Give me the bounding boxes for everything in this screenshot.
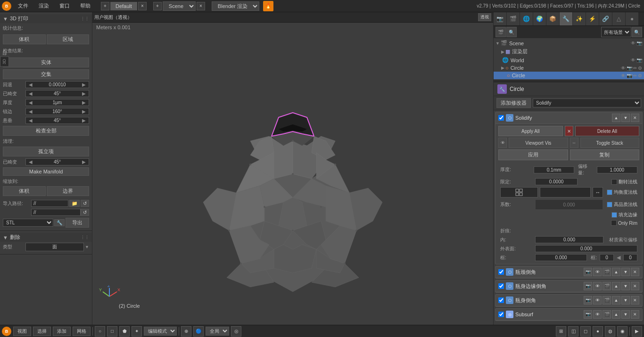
rpi-camera[interactable]: 📷 bbox=[494, 12, 507, 25]
volume-btn[interactable]: 体积 bbox=[3, 34, 46, 44]
only-rim-checkbox[interactable] bbox=[611, 220, 617, 226]
solidify-frame2-field[interactable]: 0 bbox=[600, 254, 614, 261]
circle-more-icon[interactable]: ⚙ bbox=[638, 66, 642, 71]
circle-render-icon[interactable]: 📷 bbox=[627, 66, 632, 71]
circle2-vis-icon[interactable]: 👁 bbox=[621, 73, 626, 78]
delete-header[interactable]: ▼ 删除 ⋮⋮ bbox=[0, 233, 92, 242]
workspace-default-tab[interactable]: Default bbox=[110, 2, 137, 10]
circle-vis-icon[interactable]: 👁 bbox=[621, 66, 626, 71]
bottom-overlay-icon[interactable]: ⊞ bbox=[556, 326, 566, 337]
intersect-btn[interactable]: 交集 bbox=[3, 69, 89, 79]
be-x-icon[interactable]: ✕ bbox=[631, 282, 639, 290]
solid-btn[interactable]: 实体 bbox=[3, 58, 89, 67]
area-btn[interactable]: 区域 bbox=[47, 34, 90, 44]
type-expand-icon[interactable]: ▼ bbox=[85, 245, 89, 249]
bottom-view-btn[interactable]: 视图 bbox=[13, 327, 31, 336]
menu-render[interactable]: 渲染 bbox=[35, 1, 53, 10]
circle2-more-icon[interactable]: ⚙ bbox=[638, 73, 642, 78]
bottom-snap-icon[interactable]: 🔵 bbox=[193, 326, 204, 337]
tree-item-world[interactable]: 🌐 World 👁 📷 bbox=[494, 56, 644, 64]
bb-render-icon[interactable]: 🎬 bbox=[603, 296, 611, 304]
bn-x-icon[interactable]: ✕ bbox=[631, 268, 639, 276]
edge2-btn[interactable]: 边界 bbox=[47, 186, 90, 196]
toggle-icon[interactable]: ↔ bbox=[570, 138, 578, 148]
bottom-rendered-icon[interactable]: ◉ bbox=[617, 326, 627, 337]
solidify-down-icon[interactable]: ▼ bbox=[621, 114, 630, 122]
add-modifier-btn[interactable]: 添加修改器 bbox=[496, 98, 531, 108]
world-render-icon[interactable]: 📷 bbox=[636, 58, 642, 63]
world-vis-icon[interactable]: 👁 bbox=[631, 58, 636, 63]
bottom-material-icon[interactable]: ◍ bbox=[605, 326, 615, 337]
solidify-offset-field[interactable]: 1.0000 bbox=[597, 166, 637, 173]
circle2-edit-icon[interactable]: ✏ bbox=[633, 73, 637, 78]
menu-help[interactable]: 帮助 bbox=[76, 1, 94, 10]
solidify-grid-expand-icon[interactable]: ↔ bbox=[593, 187, 603, 197]
solidify-coeff-field[interactable]: 0.000 bbox=[535, 199, 603, 210]
bb-x-icon[interactable]: ✕ bbox=[631, 296, 639, 304]
export-btn[interactable]: 导出 bbox=[66, 218, 89, 228]
print-header[interactable]: ▼ 3D 打印 ⋮⋮ bbox=[0, 14, 92, 23]
tree-item-render-layer[interactable]: ▶ ▦ 渲染层 bbox=[494, 47, 644, 56]
bb-down-icon[interactable]: ▼ bbox=[621, 296, 630, 304]
apply-all-x-icon[interactable]: ✕ bbox=[565, 126, 573, 136]
rpi-modifier[interactable]: 🔧 bbox=[560, 12, 573, 25]
bn-eye-icon[interactable]: 👁 bbox=[593, 268, 602, 276]
type-field[interactable]: 面 bbox=[25, 243, 84, 251]
circle-edit-icon[interactable]: ✏ bbox=[633, 66, 637, 71]
workspace-add-btn[interactable]: + bbox=[101, 2, 109, 10]
rpi-world[interactable]: 🌍 bbox=[533, 12, 546, 25]
be-camera-icon[interactable]: 📷 bbox=[584, 282, 592, 290]
ss-down-icon[interactable]: ▼ bbox=[621, 310, 630, 319]
bottle-edge-checkbox[interactable] bbox=[498, 283, 504, 289]
high-quality-checkbox[interactable] bbox=[607, 202, 612, 207]
import-browse-btn[interactable]: 📁 bbox=[69, 200, 80, 207]
tree-item-circle[interactable]: ▶ ○ Circle 👁 📷 ✏ ⚙ bbox=[494, 64, 644, 72]
bottom-xray-icon[interactable]: ◫ bbox=[568, 326, 578, 337]
bn-render-icon[interactable]: 🎬 bbox=[603, 268, 611, 276]
toggle-stack-btn[interactable]: Toggle Stack bbox=[580, 138, 640, 148]
rpi-constraints[interactable]: 🔗 bbox=[599, 12, 612, 25]
distort2-field[interactable]: ◀ 45° ▶ bbox=[25, 158, 89, 165]
scene-close-btn[interactable]: × bbox=[197, 2, 205, 10]
outliner-search-btn[interactable]: 🔍 bbox=[506, 27, 517, 37]
retreat-field[interactable]: ◀ 0.00010 ▶ bbox=[25, 81, 89, 88]
flip-normals-checkbox[interactable] bbox=[611, 179, 617, 185]
overhang-field[interactable]: ◀ 45° ▶ bbox=[25, 117, 89, 124]
ss-render-icon[interactable]: 🎬 bbox=[603, 310, 611, 319]
solidify-limit-field[interactable]: 0.0000 bbox=[535, 178, 578, 185]
thickness-field[interactable]: ◀ 1μm ▶ bbox=[25, 99, 89, 106]
distort-field[interactable]: ◀ 45° ▶ bbox=[25, 90, 89, 97]
rpi-object[interactable]: 📦 bbox=[546, 12, 560, 25]
check-all-btn[interactable]: 检查全部 bbox=[3, 126, 89, 136]
bottle-body-checkbox[interactable] bbox=[498, 297, 504, 303]
sharp-field[interactable]: ◀ 160° ▶ bbox=[25, 108, 89, 115]
fill-rim-checkbox[interactable] bbox=[611, 212, 617, 218]
rpi-material[interactable]: ● bbox=[626, 12, 639, 25]
solidify-frame-field[interactable]: 0.000 bbox=[535, 254, 587, 261]
solidify-apply-btn[interactable]: 应用 bbox=[498, 149, 568, 160]
workspace-close-btn[interactable]: × bbox=[138, 2, 147, 10]
rpi-physics[interactable]: ⚡ bbox=[586, 12, 599, 25]
rpi-particles[interactable]: ✨ bbox=[573, 12, 586, 25]
ss-camera-icon[interactable]: 📷 bbox=[584, 310, 592, 319]
bottom-wireframe-icon[interactable]: ◻ bbox=[580, 326, 591, 337]
viewport-canvas[interactable]: Meters x 0.001 bbox=[92, 23, 493, 325]
be-down-icon[interactable]: ▼ bbox=[621, 282, 630, 290]
format-icon-btn[interactable]: 🔧 bbox=[54, 219, 65, 226]
rpi-scene[interactable]: 🌐 bbox=[520, 12, 533, 25]
scene-add-btn[interactable]: + bbox=[153, 2, 162, 10]
edit-mode-select[interactable]: 编辑模式 bbox=[144, 327, 177, 336]
menu-file[interactable]: 文件 bbox=[14, 1, 32, 10]
ss-up-icon[interactable]: ▲ bbox=[612, 310, 620, 319]
subsurf-checkbox[interactable] bbox=[498, 312, 504, 317]
bottom-pivot-icon[interactable]: ⊕ bbox=[181, 326, 191, 337]
scene-vis-icon[interactable]: 👁 bbox=[631, 41, 636, 46]
bn-down-icon[interactable]: ▼ bbox=[621, 268, 630, 276]
apply-all-btn[interactable]: Apply All bbox=[498, 126, 563, 136]
isolated-btn[interactable]: 孤立项 bbox=[3, 147, 89, 156]
path2-btn[interactable]: ↺ bbox=[81, 209, 89, 216]
outliner-scene-btn[interactable]: 🎬 bbox=[495, 27, 506, 37]
view-persp-btn[interactable]: 透视 bbox=[478, 13, 491, 21]
solidify-copy-btn[interactable]: 复制 bbox=[570, 149, 640, 160]
make-manifold-btn[interactable]: Make Manifold bbox=[3, 167, 89, 176]
